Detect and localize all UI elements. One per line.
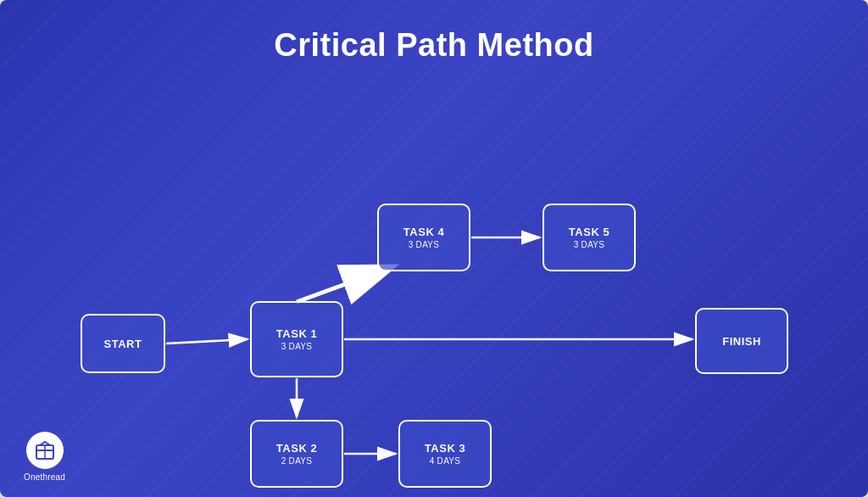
slide: Critical Path Method (0, 0, 868, 497)
node-task1-days: 3 DAYS (281, 342, 313, 351)
node-finish: FINISH (695, 308, 788, 374)
node-start: START (81, 314, 165, 373)
node-task3-label: TASK 3 (425, 442, 465, 455)
svg-line-2 (166, 339, 248, 343)
node-task4: TASK 4 3 DAYS (377, 204, 470, 271)
node-start-label: START (104, 338, 142, 350)
node-task2-label: TASK 2 (276, 442, 317, 455)
node-task4-days: 3 DAYS (409, 240, 440, 249)
node-task4-label: TASK 4 (403, 226, 444, 238)
logo-text: Onethread (24, 472, 65, 482)
logo-brand2: thread (41, 472, 66, 482)
logo-brand: One (24, 472, 41, 482)
slide-title: Critical Path Method (274, 27, 593, 64)
node-finish-label: FINISH (722, 335, 761, 348)
logo-circle (26, 432, 64, 469)
node-task5-days: 3 DAYS (574, 240, 605, 249)
node-task1-label: TASK 1 (276, 327, 317, 340)
diagram: START TASK 1 3 DAYS TASK 2 2 DAYS TASK 3… (0, 85, 868, 497)
node-task2-days: 2 DAYS (281, 456, 313, 466)
node-task1: TASK 1 3 DAYS (250, 301, 343, 377)
logo-icon (33, 438, 57, 462)
node-task2: TASK 2 2 DAYS (250, 420, 343, 488)
node-task5: TASK 5 3 DAYS (542, 204, 636, 271)
node-task5-label: TASK 5 (569, 226, 609, 238)
node-task3: TASK 3 4 DAYS (398, 420, 492, 488)
logo: Onethread (24, 432, 65, 482)
node-task3-days: 4 DAYS (430, 456, 461, 466)
svg-line-3 (297, 267, 392, 302)
